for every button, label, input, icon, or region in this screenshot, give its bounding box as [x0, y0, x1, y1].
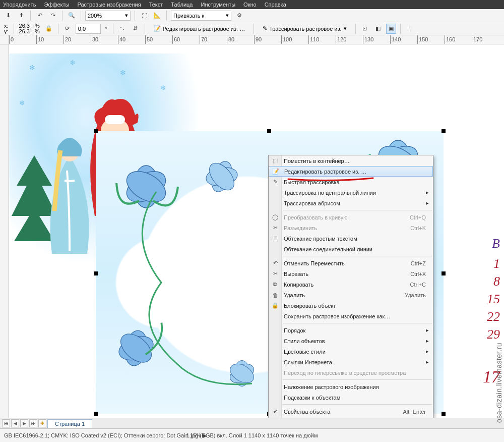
- ctx-удалить[interactable]: 🗑УдалитьУдалить: [269, 290, 433, 300]
- cut-icon: ✂: [269, 270, 282, 277]
- ctx-label: Переход по гиперссылке в средстве просмо…: [282, 370, 429, 376]
- crop-icon[interactable]: ⊡: [360, 24, 370, 34]
- rulers-icon[interactable]: 📐: [152, 11, 162, 21]
- shortcut-label: Ctrl+K: [410, 225, 429, 231]
- first-page-icon[interactable]: ⏮: [2, 419, 10, 427]
- submenu-arrow-icon: ▸: [426, 189, 429, 196]
- ctx-блокировать-объект[interactable]: 🔒Блокировать объект: [269, 300, 433, 311]
- ctx-label: Отменить Переместить: [282, 260, 411, 266]
- selection-handle[interactable]: [94, 271, 98, 275]
- next-page-icon[interactable]: ▶: [20, 419, 28, 427]
- menu-arrange[interactable]: Упорядочить: [3, 2, 36, 8]
- selection-handle[interactable]: [442, 412, 446, 416]
- wrap-text-icon[interactable]: ≣: [405, 24, 415, 34]
- edit-icon: 📝: [269, 168, 282, 175]
- ctx-стили-объектов[interactable]: Стили объектов▸: [269, 336, 433, 346]
- export-icon[interactable]: ⬆: [16, 11, 26, 21]
- ctx-обтекание-простым-текстом[interactable]: ≣Обтекание простым текстом: [269, 233, 433, 244]
- redo-icon[interactable]: ↷: [48, 11, 58, 21]
- last-page-icon[interactable]: ⏭: [29, 419, 37, 427]
- ctx-подсказки-к-объектам[interactable]: Подсказки к объектам: [269, 392, 433, 403]
- resample-icon[interactable]: ◧: [373, 24, 383, 34]
- quicktrace-icon: ✎: [269, 179, 282, 185]
- ctx-копировать[interactable]: ⧉КопироватьCtrl+C: [269, 279, 433, 290]
- ctx-отменить-переместить[interactable]: ↶Отменить ПереместитьCtrl+Z: [269, 258, 433, 268]
- ctx-label: Копировать: [282, 282, 410, 288]
- ctx-преобразовать-в-кривую: ◯Преобразовать в кривуюCtrl+Q: [269, 212, 433, 223]
- shortcut-label: Удалить: [405, 292, 429, 298]
- align-bitmap-icon[interactable]: ▣: [386, 24, 396, 34]
- rotation-input[interactable]: [76, 24, 101, 34]
- ctx-трассировка-по-центральной-лин[interactable]: Трассировка по центральной линии▸: [269, 187, 433, 198]
- lock-icon: 🔒: [269, 302, 282, 309]
- ctx-label: Ссылки Интернета: [282, 359, 429, 365]
- add-page-icon[interactable]: ✚: [38, 419, 46, 427]
- ctx-вырезать[interactable]: ✂ВырезатьCtrl+X: [269, 268, 433, 279]
- menu-text[interactable]: Текст: [149, 2, 163, 8]
- ctx-поместить-в-контейнер-[interactable]: ⬚Поместить в контейнер…: [269, 155, 433, 166]
- copy-icon: ⧉: [269, 281, 282, 288]
- ctx-редактировать-растровое-из-[interactable]: 📝Редактировать растровое из. …: [269, 166, 433, 177]
- ruler-horizontal: 0102030405060708090100110120130140150160…: [0, 35, 504, 44]
- fullscreen-icon[interactable]: ⛶: [139, 11, 149, 21]
- import-icon[interactable]: ⬇: [3, 11, 13, 21]
- menu-tools[interactable]: Инструменты: [201, 2, 235, 8]
- ctx-label: Наложение растрового изображения: [282, 384, 429, 390]
- ctx-свойства-объекта[interactable]: ✔Свойства объектаAlt+Enter: [269, 406, 433, 417]
- ctx-label: Быстрая трассировка: [282, 179, 429, 185]
- ctx-трассировка-абрисом[interactable]: Трассировка абрисом▸: [269, 198, 433, 208]
- ctx-быстрая-трассировка[interactable]: ✎Быстрая трассировка: [269, 177, 433, 187]
- undo-icon: ↶: [269, 260, 282, 266]
- calendar-letter: B: [492, 236, 500, 251]
- lock-ratio-icon[interactable]: 🔒: [44, 24, 54, 34]
- ctx-цветовые-стили[interactable]: Цветовые стили▸: [269, 346, 433, 357]
- menu-window[interactable]: Окно: [243, 2, 257, 8]
- property-bar: x:y: 26,326,3 %% 🔒 ⟳ ° ⇋ ⇵ 📝 Редактирова…: [0, 22, 504, 35]
- snap-combo[interactable]: Привязать к ▾: [171, 11, 231, 21]
- rotate-icon[interactable]: ⟳: [62, 24, 73, 34]
- ctx-label: Вырезать: [282, 271, 410, 277]
- flip-v-icon[interactable]: ⇵: [131, 24, 141, 34]
- status-color-profile: GB IEC61966-2.1; CMYK: ISO Coated v2 (EC…: [4, 432, 207, 439]
- edit-bitmap-button[interactable]: 📝 Редактировать растровое из. …: [149, 23, 249, 34]
- menu-effects[interactable]: Эффекты: [44, 2, 69, 8]
- ctx-label: Порядок: [282, 327, 429, 334]
- snowmaiden-illustration: [39, 135, 100, 256]
- selection-handle[interactable]: [94, 129, 98, 133]
- ctx-label: Редактировать растровое из. …: [282, 169, 428, 175]
- page-tab[interactable]: Страница 1: [47, 419, 92, 428]
- ctx-label: Поместить в контейнер…: [282, 158, 429, 164]
- selection-handle[interactable]: [267, 129, 271, 133]
- ctx-label: Подсказки к объектам: [282, 395, 429, 401]
- trace-bitmap-button[interactable]: ✎ Трассировать растровое из. ▾: [258, 23, 351, 34]
- ctx-label: Обтекание соединительной линии: [282, 246, 429, 252]
- page-tabstrip[interactable]: ⏮ ◀ ▶ ⏭ ✚ Страница 1: [0, 418, 504, 428]
- context-menu[interactable]: ⬚Поместить в контейнер…📝Редактировать ра…: [268, 155, 433, 428]
- shortcut-label: Alt+Enter: [403, 409, 429, 415]
- status-object-info: 1.jpg (RGB) вкл. Слой 1 1140 x 1140 точе…: [186, 432, 318, 438]
- selection-handle[interactable]: [442, 129, 446, 133]
- calendar-number: 8: [493, 274, 500, 289]
- ctx-ссылки-интернета[interactable]: Ссылки Интернета▸: [269, 357, 433, 367]
- position-readout: x:y:: [3, 23, 10, 34]
- flip-h-icon[interactable]: ⇋: [117, 24, 128, 34]
- menu-bar[interactable]: Упорядочить Эффекты Растровые изображени…: [0, 0, 504, 9]
- ctx-label: Сохранить растровое изображение как…: [282, 313, 429, 319]
- ctx-обтекание-соединительной-линии[interactable]: Обтекание соединительной линии: [269, 244, 433, 254]
- search-icon[interactable]: 🔍: [67, 11, 77, 21]
- selection-handle[interactable]: [442, 271, 446, 275]
- ctx-порядок[interactable]: Порядок▸: [269, 325, 433, 336]
- menu-bitmap[interactable]: Растровые изображения: [77, 2, 141, 8]
- undo-icon[interactable]: ↶: [35, 11, 45, 21]
- ctx-наложение-растрового-изображен[interactable]: Наложение растрового изображения: [269, 381, 433, 392]
- svg-rect-2: [105, 115, 125, 124]
- ruler-vertical: [0, 44, 9, 427]
- menu-table[interactable]: Таблица: [171, 2, 193, 8]
- prev-page-icon[interactable]: ◀: [11, 419, 19, 427]
- menu-help[interactable]: Справка: [265, 2, 286, 8]
- selection-handle[interactable]: [94, 412, 98, 416]
- options-icon[interactable]: ⚙: [234, 11, 244, 21]
- ctx-сохранить-растровое-изображени[interactable]: Сохранить растровое изображение как…: [269, 311, 433, 321]
- zoom-combo[interactable]: 200% ▾: [85, 11, 131, 21]
- submenu-arrow-icon: ▸: [426, 338, 429, 344]
